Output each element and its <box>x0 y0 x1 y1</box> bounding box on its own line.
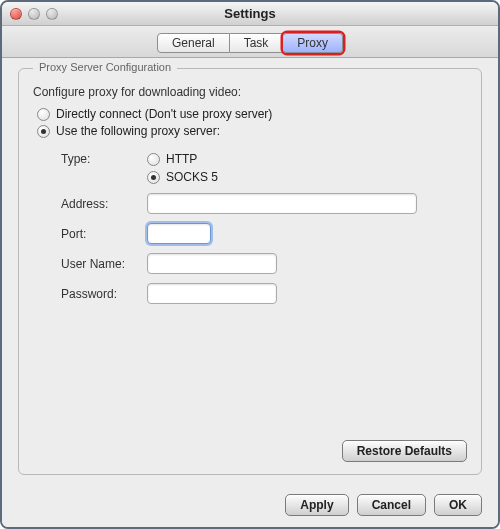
proxy-groupbox: Proxy Server Configuration Configure pro… <box>18 68 482 475</box>
radio-icon <box>147 153 160 166</box>
zoom-icon[interactable] <box>46 8 58 20</box>
group-footer: Restore Defaults <box>342 440 467 462</box>
content-area: Proxy Server Configuration Configure pro… <box>2 58 498 483</box>
type-label: Type: <box>61 152 147 166</box>
settings-window: Settings General Task Proxy Proxy Server… <box>0 0 500 529</box>
ok-button[interactable]: OK <box>434 494 482 516</box>
proxy-description: Configure proxy for downloading video: <box>33 85 467 99</box>
window-controls <box>10 8 58 20</box>
radio-icon <box>37 125 50 138</box>
titlebar: Settings <box>2 2 498 26</box>
type-socks5-radio[interactable]: SOCKS 5 <box>147 170 218 184</box>
username-row: User Name: <box>61 253 461 274</box>
group-title: Proxy Server Configuration <box>33 61 177 73</box>
address-row: Address: <box>61 193 461 214</box>
password-row: Password: <box>61 283 461 304</box>
mode-direct-label: Directly connect (Don't use proxy server… <box>56 107 272 121</box>
cancel-button[interactable]: Cancel <box>357 494 426 516</box>
address-input[interactable] <box>147 193 417 214</box>
port-input[interactable] <box>147 223 211 244</box>
window-title: Settings <box>2 6 498 21</box>
tab-general[interactable]: General <box>157 33 230 53</box>
type-socks5-label: SOCKS 5 <box>166 170 218 184</box>
port-row: Port: <box>61 223 461 244</box>
radio-icon <box>147 171 160 184</box>
tab-task[interactable]: Task <box>230 33 284 53</box>
proxy-form: Type: HTTP SOCKS 5 Address: <box>61 152 461 304</box>
close-icon[interactable] <box>10 8 22 20</box>
apply-button[interactable]: Apply <box>285 494 348 516</box>
radio-icon <box>37 108 50 121</box>
type-http-label: HTTP <box>166 152 197 166</box>
restore-defaults-button[interactable]: Restore Defaults <box>342 440 467 462</box>
mode-use-label: Use the following proxy server: <box>56 124 220 138</box>
username-label: User Name: <box>61 257 147 271</box>
mode-direct-radio[interactable]: Directly connect (Don't use proxy server… <box>37 107 467 121</box>
tabset: General Task Proxy <box>157 33 343 53</box>
type-row: Type: HTTP SOCKS 5 <box>61 152 461 184</box>
type-http-radio[interactable]: HTTP <box>147 152 218 166</box>
address-label: Address: <box>61 197 147 211</box>
dialog-footer: Apply Cancel OK <box>2 483 498 527</box>
username-input[interactable] <box>147 253 277 274</box>
tabbar: General Task Proxy <box>2 26 498 58</box>
minimize-icon[interactable] <box>28 8 40 20</box>
port-label: Port: <box>61 227 147 241</box>
password-label: Password: <box>61 287 147 301</box>
type-options: HTTP SOCKS 5 <box>147 152 218 184</box>
password-input[interactable] <box>147 283 277 304</box>
mode-use-radio[interactable]: Use the following proxy server: <box>37 124 467 138</box>
tab-proxy[interactable]: Proxy <box>283 33 343 53</box>
